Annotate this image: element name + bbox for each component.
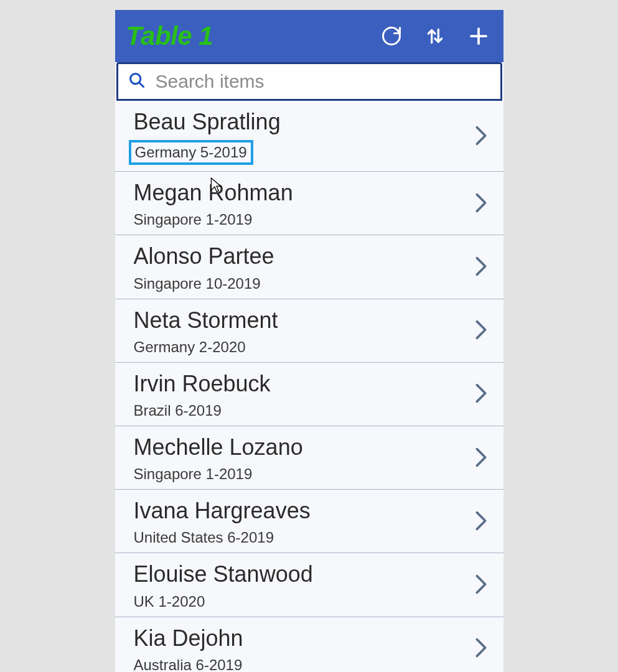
search-icon	[128, 72, 146, 91]
list-item-name: Irvin Roebuck	[134, 370, 271, 397]
chevron-right-icon	[475, 192, 487, 216]
list-item-name: Elouise Stanwood	[134, 561, 313, 587]
list-item-subtitle: Singapore 1-2019	[134, 211, 253, 228]
list-item-text: Kia DejohnAustralia 6-2019	[134, 625, 243, 673]
list-item[interactable]: Elouise StanwoodUK 1-2020	[115, 553, 503, 617]
list-item-name: Beau Spratling	[134, 108, 281, 135]
list-item-subtitle: Singapore 10-2019	[134, 275, 261, 292]
list-item-text: Megan RohmanSingapore 1-2019	[134, 179, 293, 228]
chevron-right-icon	[475, 383, 487, 406]
list-item-text: Alonso ParteeSingapore 10-2019	[134, 243, 274, 292]
header-actions	[380, 25, 490, 47]
list-item-text: Ivana HargreavesUnited States 6-2019	[134, 497, 311, 546]
list-item-subtitle: United States 6-2019	[134, 529, 274, 546]
list-item-text: Beau SpratlingGermany 5-2019	[134, 108, 281, 165]
list-item-name: Neta Storment	[134, 307, 278, 334]
list-item[interactable]: Mechelle LozanoSingapore 1-2019	[115, 426, 503, 490]
list-item-subtitle: UK 1-2020	[134, 593, 205, 610]
chevron-right-icon	[475, 319, 487, 343]
list-item[interactable]: Beau SpratlingGermany 5-2019	[115, 101, 503, 172]
add-icon[interactable]	[467, 25, 490, 47]
chevron-right-icon	[475, 510, 487, 534]
chevron-right-icon	[475, 637, 487, 661]
list-item[interactable]: Megan RohmanSingapore 1-2019	[115, 172, 503, 235]
list-item[interactable]: Kia DejohnAustralia 6-2019	[115, 617, 503, 673]
list-item-name: Mechelle Lozano	[134, 434, 303, 460]
search-input[interactable]	[156, 71, 490, 92]
search-bar[interactable]	[116, 62, 502, 101]
list-item-text: Neta StormentGermany 2-2020	[134, 307, 278, 356]
page-title: Table 1	[126, 21, 213, 51]
sort-icon[interactable]	[425, 25, 445, 47]
app-window: Table 1	[115, 10, 503, 672]
header-bar: Table 1	[115, 10, 503, 62]
list-item-name: Ivana Hargreaves	[134, 497, 311, 524]
list-item-subtitle: Brazil 6-2019	[134, 402, 222, 419]
list-item-name: Kia Dejohn	[134, 625, 243, 651]
chevron-right-icon	[475, 125, 487, 149]
list-item-subtitle: Germany 2-2020	[134, 338, 246, 356]
list-item-subtitle: Singapore 1-2019	[134, 465, 253, 483]
list-item-name: Megan Rohman	[134, 179, 293, 206]
list-item[interactable]: Ivana HargreavesUnited States 6-2019	[115, 490, 503, 553]
list-item[interactable]: Neta StormentGermany 2-2020	[115, 299, 503, 363]
item-list[interactable]: Beau SpratlingGermany 5-2019Megan Rohman…	[115, 101, 503, 672]
list-item-text: Irvin RoebuckBrazil 6-2019	[134, 370, 271, 419]
chevron-right-icon	[475, 447, 487, 470]
list-item-subtitle: Germany 5-2019	[129, 140, 253, 165]
list-item[interactable]: Alonso ParteeSingapore 10-2019	[115, 235, 503, 299]
list-item-text: Elouise StanwoodUK 1-2020	[134, 561, 313, 610]
list-item-text: Mechelle LozanoSingapore 1-2019	[134, 434, 303, 483]
chevron-right-icon	[475, 574, 487, 597]
list-item-subtitle: Australia 6-2019	[134, 656, 243, 672]
list-item-name: Alonso Partee	[134, 243, 274, 269]
chevron-right-icon	[475, 256, 487, 279]
refresh-icon[interactable]	[380, 25, 403, 47]
list-item[interactable]: Irvin RoebuckBrazil 6-2019	[115, 363, 503, 426]
